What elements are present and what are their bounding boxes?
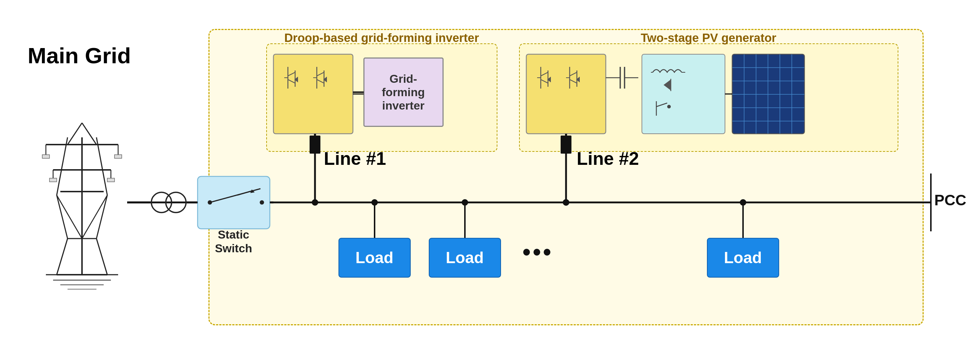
svg-rect-21 bbox=[42, 155, 49, 158]
svg-line-7 bbox=[97, 195, 107, 239]
dots-separator: ••• bbox=[523, 239, 554, 265]
diagram-container: Droop-based grid-forming inverter Two-st… bbox=[21, 14, 960, 333]
pcc-label: PCC bbox=[934, 192, 967, 209]
svg-line-4 bbox=[57, 137, 68, 195]
svg-point-30 bbox=[151, 192, 172, 213]
svg-line-11 bbox=[57, 239, 68, 275]
gfi-label-box: Grid-forminginverter bbox=[364, 58, 443, 126]
load1: Load bbox=[339, 238, 411, 278]
load2: Load bbox=[429, 238, 501, 278]
main-grid-label: Main Grid bbox=[28, 43, 131, 68]
svg-line-12 bbox=[97, 239, 107, 275]
svg-point-31 bbox=[166, 192, 186, 213]
static-switch-label: StaticSwitch bbox=[197, 228, 270, 256]
droop-box-label: Droop-based grid-forming inverter bbox=[284, 31, 479, 45]
svg-rect-24 bbox=[107, 178, 115, 182]
svg-line-5 bbox=[97, 137, 107, 195]
svg-line-6 bbox=[57, 195, 68, 239]
svg-rect-22 bbox=[115, 155, 122, 158]
svg-rect-23 bbox=[49, 178, 57, 182]
pv-box: Two-stage PV generator bbox=[519, 43, 898, 152]
svg-line-14 bbox=[82, 195, 107, 239]
pv-box-label: Two-stage PV generator bbox=[641, 31, 776, 45]
load3: Load bbox=[707, 238, 779, 278]
transmission-tower bbox=[42, 123, 122, 289]
line1-label: Line #1 bbox=[324, 148, 386, 169]
svg-line-15 bbox=[68, 123, 82, 145]
svg-line-16 bbox=[82, 123, 97, 145]
line2-label: Line #2 bbox=[577, 148, 639, 169]
svg-line-13 bbox=[57, 195, 82, 239]
